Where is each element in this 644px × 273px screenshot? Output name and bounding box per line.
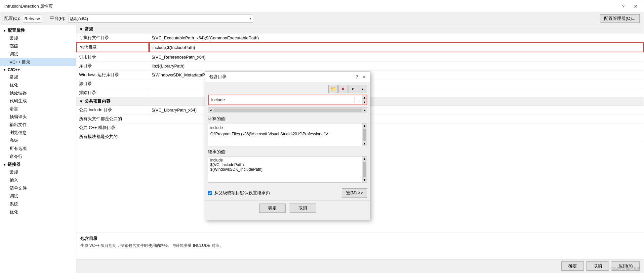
- config-props-arrow: ▼: [3, 29, 6, 32]
- scroll-down-arrow[interactable]: ▼: [362, 100, 367, 105]
- cpp-arrow: ▼: [3, 68, 6, 71]
- sidebar-item-linker-debug-label: 调试: [10, 193, 18, 199]
- platform-select-wrapper: 活动(x64): [68, 15, 253, 23]
- computed-line-0: include: [210, 125, 365, 131]
- sidebar-item-vc-dirs-label: VC++ 目录: [10, 59, 30, 65]
- modal-help-btn[interactable]: ?: [355, 74, 358, 79]
- sidebar-item-cpp-preprocessor-label: 预处理器: [10, 90, 27, 96]
- include-path-input[interactable]: [209, 95, 354, 104]
- sidebar-group-config-props[interactable]: ▼ 配置属性: [0, 26, 76, 34]
- prop-include-dir-value[interactable]: include;$(IncludePath): [149, 42, 644, 52]
- add-folder-btn[interactable]: 📁: [328, 85, 338, 93]
- sidebar-item-cpp-optimize[interactable]: 优化: [0, 81, 76, 89]
- sidebar-item-cpp-general[interactable]: 常规: [0, 73, 76, 81]
- prop-ref-dir: 引用目录 $(VC_ReferencesPath_x64);: [76, 53, 644, 62]
- platform-select[interactable]: 活动(x64): [68, 15, 253, 23]
- sidebar-item-cpp-advanced[interactable]: 高级: [0, 137, 76, 145]
- inherited-line-0: include: [210, 158, 365, 162]
- prop-ref-dir-value[interactable]: $(VC_ReferencesPath_x64);: [149, 53, 644, 61]
- sidebar-item-vc-dirs[interactable]: VC++ 目录: [0, 58, 76, 66]
- sidebar-item-cpp-cmdline-label: 命令行: [10, 154, 22, 159]
- inherited-scroll-up[interactable]: ▲: [362, 157, 367, 161]
- sidebar-item-cpp-pch[interactable]: 预编译头: [0, 113, 76, 121]
- title-controls: ? ✕: [620, 3, 640, 10]
- sidebar-item-linker-manifest[interactable]: 清单文件: [0, 184, 76, 192]
- modal-toolbar: 📁 ✕ ▼ ▲: [208, 85, 367, 93]
- title-bar: IntrusionDetection 属性页 ? ✕: [0, 0, 644, 12]
- prop-lib-dir-value[interactable]: lib;$(LibraryPath): [149, 62, 644, 70]
- config-select[interactable]: Release: [23, 15, 42, 23]
- help-title-btn[interactable]: ?: [620, 3, 626, 10]
- platform-label: 平台(P):: [50, 16, 65, 22]
- delete-btn[interactable]: ✕: [338, 85, 347, 93]
- modal-ok-btn[interactable]: 确定: [259, 204, 286, 213]
- sidebar-item-cpp-browse[interactable]: 浏览信息: [0, 129, 76, 137]
- sidebar-item-cpp-all[interactable]: 所有选项: [0, 145, 76, 153]
- computed-scroll-down[interactable]: ▼: [362, 141, 367, 146]
- sidebar-item-cpp-lang[interactable]: 语言: [0, 105, 76, 113]
- move-up-icon: ▲: [361, 87, 364, 91]
- sidebar-group-linker[interactable]: ▼ 链接器: [0, 160, 76, 168]
- sidebar-item-linker-debug[interactable]: 调试: [0, 192, 76, 200]
- sidebar-item-linker-system-label: 系统: [10, 201, 18, 207]
- modal-close-btn[interactable]: ✕: [362, 74, 366, 79]
- sidebar-item-cpp-codegen[interactable]: 代码生成: [0, 97, 76, 105]
- horizontal-scrollbar[interactable]: ◄ ►: [208, 107, 367, 113]
- sidebar-item-cpp-cmdline[interactable]: 命令行: [0, 153, 76, 160]
- description-text: 生成 VC++ 项目期间，搜索包含文件时使用的路径。与环境变量 INCLUDE …: [80, 243, 640, 249]
- input-list: ...: [209, 95, 362, 105]
- hscroll-left-btn[interactable]: ◄: [208, 109, 213, 112]
- window-title: IntrusionDetection 属性页: [4, 3, 53, 9]
- inherited-scrollbar[interactable]: ▲ ▼: [362, 157, 367, 182]
- ok-btn[interactable]: 确定: [561, 261, 584, 271]
- sidebar-item-linker-general[interactable]: 常规: [0, 168, 76, 176]
- hscroll-right-btn[interactable]: ►: [362, 109, 367, 112]
- sidebar-item-linker-system[interactable]: 系统: [0, 200, 76, 208]
- inherit-checkbox[interactable]: [208, 191, 212, 195]
- sidebar-item-linker-optimize[interactable]: 优化: [0, 208, 76, 216]
- prop-include-dir: 包含目录 include;$(IncludePath): [76, 42, 644, 53]
- sidebar-group-cpp[interactable]: ▼ C/C++: [0, 66, 76, 73]
- inherited-scroll-down[interactable]: ▼: [362, 178, 367, 182]
- inherited-label: 继承的值:: [208, 149, 367, 155]
- sidebar-item-linker-input[interactable]: 输入: [0, 176, 76, 184]
- sidebar-item-general[interactable]: 常规: [0, 34, 76, 42]
- inherited-line-2: $(WindowsSDK_IncludePath): [210, 167, 365, 172]
- public-section-arrow: ▼: [79, 99, 83, 104]
- sidebar-item-linker-input-label: 输入: [10, 177, 18, 183]
- move-up-btn[interactable]: ▲: [358, 85, 367, 93]
- browse-btn[interactable]: ...: [354, 97, 362, 103]
- config-select-wrapper: Release: [23, 15, 42, 23]
- config-label: 配置(C):: [4, 16, 20, 22]
- description-area: 包含目录 生成 VC++ 项目期间，搜索包含文件时使用的路径。与环境变量 INC…: [76, 233, 644, 259]
- inherited-values-box: include $(VC_IncludePath) $(WindowsSDK_I…: [208, 156, 367, 183]
- sidebar-item-cpp-pch-label: 预编译头: [10, 114, 27, 120]
- modal-ok-cancel: 确定 取消: [205, 201, 370, 215]
- close-title-btn[interactable]: ✕: [632, 3, 640, 10]
- move-down-btn[interactable]: ▼: [348, 85, 357, 93]
- computed-scrollbar[interactable]: ▲ ▼: [362, 123, 367, 146]
- modal-title-controls: ? ✕: [355, 74, 366, 79]
- sidebar-item-cpp-general-label: 常规: [10, 74, 18, 80]
- public-section-label: 公共项目内容: [85, 98, 110, 104]
- sidebar-item-advanced[interactable]: 高级: [0, 42, 76, 50]
- sidebar-item-cpp-preprocessor[interactable]: 预处理器: [0, 89, 76, 97]
- sidebar-item-debug[interactable]: 调试: [0, 50, 76, 58]
- modal-cancel-btn[interactable]: 取消: [290, 204, 316, 213]
- computed-line-1: C:\Program Files (x86)\Microsoft Visual …: [210, 131, 365, 137]
- sidebar-item-cpp-output[interactable]: 输出文件: [0, 121, 76, 129]
- computed-scroll-up[interactable]: ▲: [362, 123, 367, 128]
- config-manage-btn[interactable]: 配置管理器(O)...: [600, 14, 640, 23]
- cancel-btn[interactable]: 取消: [586, 261, 609, 271]
- watermark: CSDN @知来者逆: [611, 266, 640, 271]
- macro-btn[interactable]: 宏(M) >>: [342, 188, 367, 198]
- sidebar-item-cpp-browse-label: 浏览信息: [10, 130, 27, 136]
- modal-input-row: ...: [209, 95, 362, 105]
- inherited-scroll-thumb: [363, 162, 366, 177]
- input-scrollbar[interactable]: ▲ ▼: [362, 95, 367, 105]
- inherit-checkbox-label: 从父级或项目默认设置继承(I): [214, 190, 270, 196]
- scroll-up-arrow[interactable]: ▲: [362, 95, 367, 100]
- computed-values-box: include C:\Program Files (x86)\Microsoft…: [208, 123, 367, 146]
- prop-exec-dir: 可执行文件目录 $(VC_ExecutablePath_x64);$(Commo…: [76, 33, 644, 42]
- prop-exec-dir-value[interactable]: $(VC_ExecutablePath_x64);$(CommonExecuta…: [149, 33, 644, 42]
